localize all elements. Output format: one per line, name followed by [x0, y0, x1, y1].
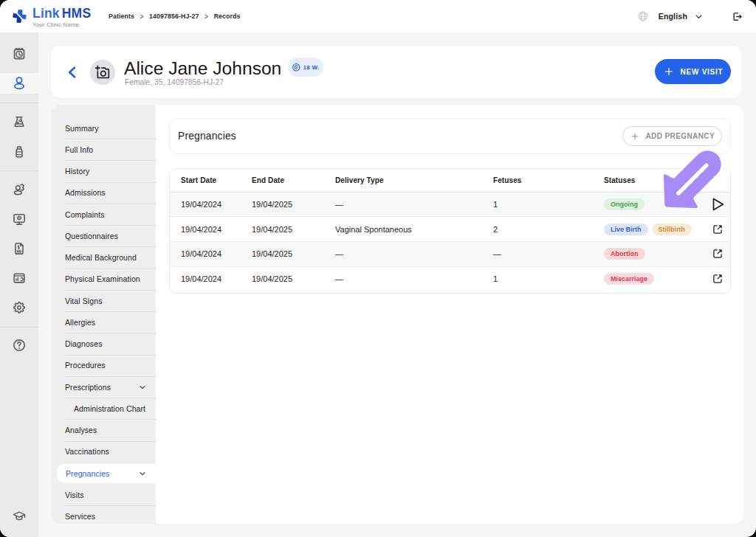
- table-row[interactable]: 19/04/202419/04/2025——Abortion: [170, 242, 730, 267]
- topbar-right: English: [637, 0, 743, 32]
- cell-delivery-type: —: [335, 242, 483, 266]
- cell-fetuses: 2: [493, 217, 552, 241]
- gear-icon: [12, 300, 27, 315]
- pregnancy-weeks-label: 18 W.: [303, 64, 320, 71]
- logo-subtitle: Your Clinic Name: [32, 21, 91, 28]
- pregnancies-header-card: Pregnancies ADD PREGNANCY: [169, 118, 731, 154]
- rail-item-gear[interactable]: [0, 297, 38, 319]
- rail-divider: [0, 103, 38, 103]
- sidebar-item-history[interactable]: History: [51, 161, 156, 182]
- sidebar-item-services[interactable]: Services: [51, 506, 156, 527]
- sidebar-item-analyses[interactable]: Analyses: [51, 420, 156, 441]
- open-record-button[interactable]: [707, 267, 729, 292]
- cell-end-date: 19/04/2025: [252, 217, 326, 241]
- sidebar-item-vital-signs[interactable]: Vital Signs: [51, 290, 156, 311]
- sidebar-item-label: Questionnaires: [65, 232, 118, 240]
- cell-start-date: 19/04/2024: [181, 193, 247, 217]
- record-sidebar: SummaryFull InfoHistoryAdmissionsComplai…: [51, 105, 156, 524]
- sidebar-item-label: Allergies: [65, 318, 95, 327]
- logout-icon[interactable]: [732, 11, 743, 22]
- help-circle-icon: [12, 338, 27, 353]
- pregnancies-table: Start DateEnd DateDelivery TypeFetusesSt…: [169, 168, 731, 294]
- rail-item-cash-register[interactable]: [0, 267, 38, 289]
- status-badge: Abortion: [604, 248, 645, 260]
- sidebar-item-label: Administration Chart: [74, 404, 145, 413]
- sidebar-item-questionnaires[interactable]: Questionnaires: [51, 225, 156, 246]
- sidebar-item-admissions[interactable]: Admissions: [51, 182, 156, 204]
- column-header-delivery-type: Delivery Type: [335, 169, 483, 192]
- sidebar-item-label: Full Info: [65, 145, 93, 154]
- cell-delivery-type: Vaginal Spontaneous: [335, 217, 483, 241]
- rail-item-patient-person[interactable]: [0, 73, 38, 94]
- sidebar-item-medical-background[interactable]: Medical Background: [51, 247, 156, 268]
- sidebar-item-label: Visits: [65, 491, 84, 499]
- sidebar-item-label: History: [65, 167, 89, 176]
- pregnancy-weeks-badge: 18 W.: [288, 58, 323, 77]
- back-button[interactable]: [65, 65, 80, 80]
- sidebar-item-diagnoses[interactable]: Diagnoses: [51, 333, 156, 355]
- table-row[interactable]: 19/04/202419/04/2025—1Ongoing: [170, 193, 730, 218]
- sidebar-item-label: Pregnancies: [66, 469, 109, 478]
- rail-item-monitor-person[interactable]: [0, 208, 38, 230]
- sidebar-item-procedures[interactable]: Procedures: [51, 355, 156, 376]
- rail-item-medicine-bottle[interactable]: [0, 141, 38, 163]
- sidebar-item-label: Summary: [65, 124, 99, 133]
- column-header-statuses: Statuses: [604, 169, 729, 192]
- sidebar-item-vaccinations[interactable]: Vaccinations: [51, 441, 156, 462]
- breadcrumb-item[interactable]: 14097856-HJ-27: [149, 13, 199, 20]
- open-record-button[interactable]: [707, 242, 729, 266]
- status-badge: Ongoing: [604, 198, 645, 210]
- table-row[interactable]: 19/04/202419/04/2025—1Miscarriage: [170, 267, 730, 292]
- patient-meta: Female, 35, 14097856-HJ-27: [125, 78, 224, 86]
- cell-fetuses: 1: [493, 193, 552, 217]
- logo-title: LinkHMS: [32, 6, 91, 21]
- open-in-new-icon: [712, 273, 724, 285]
- sidebar-item-pregnancies[interactable]: Pregnancies: [57, 464, 156, 483]
- sidebar-item-label: Diagnoses: [65, 339, 103, 348]
- fetus-icon: [292, 63, 301, 72]
- add-pregnancy-button[interactable]: ADD PREGNANCY: [622, 126, 722, 146]
- page-title: Pregnancies: [178, 131, 236, 142]
- add-photo-camera-icon: [95, 65, 110, 80]
- sidebar-item-allergies[interactable]: Allergies: [51, 311, 156, 333]
- rail-item-help-circle[interactable]: [0, 334, 38, 356]
- new-visit-button[interactable]: NEW VISIT: [655, 59, 731, 84]
- sidebar-item-label: Complaints: [65, 210, 105, 219]
- chevron-down-icon[interactable]: [695, 13, 703, 21]
- plus-icon: [663, 66, 675, 77]
- breadcrumb: Patients>14097856-HJ-27>Records: [109, 0, 241, 32]
- table-body: 19/04/202419/04/2025—1Ongoing19/04/20241…: [170, 193, 730, 292]
- cell-delivery-type: —: [335, 267, 483, 292]
- sidebar-item-label: Analyses: [65, 426, 97, 434]
- sidebar-item-summary[interactable]: Summary: [51, 117, 156, 139]
- sidebar-item-label: Services: [65, 512, 95, 521]
- sidebar-item-visits[interactable]: Visits: [51, 484, 156, 505]
- cell-start-date: 19/04/2024: [181, 242, 247, 266]
- rail-item-invoice-document[interactable]: [0, 238, 38, 260]
- sidebar-item-complaints[interactable]: Complaints: [51, 204, 156, 225]
- invoice-document-icon: [12, 241, 27, 256]
- open-record-button[interactable]: [707, 217, 729, 241]
- breadcrumb-item[interactable]: Patients: [109, 13, 134, 20]
- rail-item-graduation-cap[interactable]: [0, 505, 38, 527]
- logo-title-link: Link: [32, 6, 60, 21]
- rail-item-people-group[interactable]: [0, 179, 38, 201]
- calendar-clock-icon: [12, 46, 27, 61]
- sidebar-item-prescriptions[interactable]: Prescriptions: [51, 376, 156, 398]
- rail-item-calendar-clock[interactable]: [0, 43, 38, 65]
- people-group-icon: [12, 182, 27, 197]
- new-visit-label: NEW VISIT: [681, 68, 724, 76]
- language-selector[interactable]: English: [659, 12, 687, 21]
- rail-item-lab-flask[interactable]: [0, 111, 38, 133]
- play-button[interactable]: [707, 193, 729, 217]
- table-row[interactable]: 19/04/202419/04/2025Vaginal Spontaneous2…: [170, 217, 730, 242]
- sidebar-item-physical-examination[interactable]: Physical Examination: [51, 268, 156, 290]
- sidebar-item-label: Prescriptions: [65, 383, 111, 392]
- breadcrumb-item[interactable]: Records: [214, 13, 241, 20]
- sidebar-item-administration-chart[interactable]: Administration Chart: [51, 398, 156, 419]
- sidebar-item-full-info[interactable]: Full Info: [51, 139, 156, 160]
- breadcrumb-separator: >: [140, 11, 144, 21]
- avatar[interactable]: [90, 60, 115, 85]
- status-badge: Live Birth: [604, 224, 648, 235]
- status-badge: Stillbirth: [652, 224, 693, 235]
